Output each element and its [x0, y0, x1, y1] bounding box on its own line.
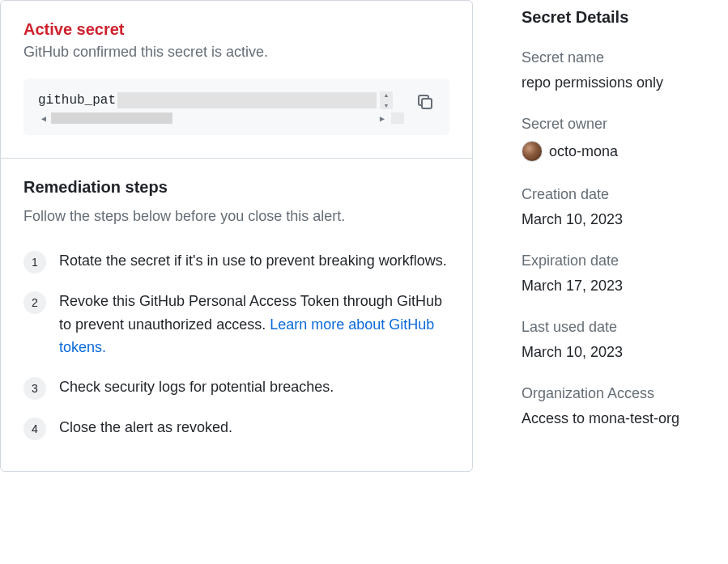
remediation-section: Remediation steps Follow the steps below…	[1, 158, 472, 471]
chevron-right-icon: ►	[377, 114, 388, 123]
secret-owner-value: octo-mona	[549, 143, 618, 160]
chevron-up-icon: ▲	[384, 92, 390, 98]
step-item: 1 Rotate the secret if it's in use to pr…	[23, 241, 449, 282]
scroll-thumb[interactable]	[51, 112, 172, 124]
chevron-down-icon: ▼	[384, 103, 390, 108]
status-title: Active secret	[23, 20, 449, 39]
step-text: Close the alert as revoked.	[59, 416, 232, 440]
expiration-date-value: March 17, 2023	[522, 278, 720, 295]
secret-name-label: Secret name	[522, 49, 720, 66]
secret-owner-row[interactable]: octo-mona	[522, 141, 720, 162]
expiration-date-label: Expiration date	[522, 252, 720, 269]
remediation-steps: 1 Rotate the secret if it's in use to pr…	[23, 241, 449, 448]
step-number: 4	[23, 418, 46, 440]
secret-value-block: github_pat ▲ ▼ ◄ ►	[23, 78, 449, 135]
org-access-label: Organization Access	[522, 385, 720, 402]
last-used-label: Last used date	[522, 319, 720, 336]
horizontal-scroll[interactable]: ◄ ►	[38, 112, 404, 124]
alert-card: Active secret GitHub confirmed this secr…	[0, 0, 473, 472]
secret-prefix: github_pat	[38, 93, 116, 108]
copy-icon[interactable]	[415, 92, 435, 112]
secret-details-sidebar: Secret Details Secret name repo permissi…	[522, 0, 728, 564]
org-access-value: Access to mona-test-org	[522, 410, 720, 427]
creation-date-label: Creation date	[522, 186, 720, 203]
step-text: Revoke this GitHub Personal Access Token…	[59, 290, 449, 359]
last-used-value: March 10, 2023	[522, 344, 720, 361]
secret-name-value: repo permissions only	[522, 74, 720, 91]
chevron-left-icon: ◄	[38, 114, 49, 123]
step-text: Check security logs for potential breach…	[59, 375, 334, 400]
secret-masked	[117, 92, 377, 108]
step-item: 2 Revoke this GitHub Personal Access Tok…	[23, 282, 449, 367]
step-number: 2	[23, 291, 46, 314]
step-number: 1	[23, 251, 46, 274]
secret-owner-label: Secret owner	[522, 116, 720, 133]
remediation-subtitle: Follow the steps below before you close …	[23, 205, 449, 228]
avatar	[522, 141, 543, 162]
status-subtitle: GitHub confirmed this secret is active.	[23, 44, 449, 61]
step-item: 3 Check security logs for potential brea…	[23, 367, 449, 408]
svg-rect-0	[422, 99, 432, 108]
vertical-scroll[interactable]: ▲ ▼	[380, 91, 393, 109]
details-heading: Secret Details	[522, 8, 720, 27]
step-text: Rotate the secret if it's in use to prev…	[59, 249, 447, 274]
remediation-title: Remediation steps	[23, 178, 449, 197]
step-item: 4 Close the alert as revoked.	[23, 408, 449, 448]
status-section: Active secret GitHub confirmed this secr…	[1, 1, 472, 158]
step-number: 3	[23, 377, 46, 400]
creation-date-value: March 10, 2023	[522, 211, 720, 228]
